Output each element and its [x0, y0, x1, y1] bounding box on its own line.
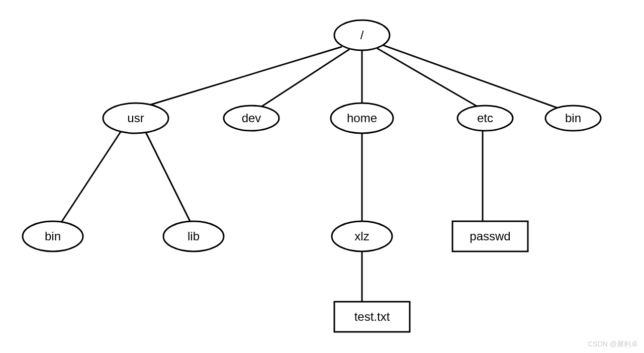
label-home: home	[347, 111, 377, 125]
tree-edges	[61, 45, 558, 302]
svg-line-3	[377, 48, 478, 107]
label-dev: dev	[242, 111, 261, 125]
svg-line-5	[61, 132, 121, 222]
filesystem-tree-diagram	[0, 0, 644, 353]
watermark: CSDN @犀利卓	[588, 340, 638, 349]
label-xlz: xlz	[354, 229, 369, 243]
label-root: /	[360, 28, 364, 42]
label-usr-bin: bin	[45, 229, 61, 243]
label-etc: etc	[477, 111, 493, 125]
label-bin: bin	[565, 111, 581, 125]
svg-line-4	[383, 45, 558, 108]
label-passwd: passwd	[470, 229, 510, 243]
label-usr-lib: lib	[188, 229, 200, 243]
svg-line-0	[151, 47, 342, 105]
label-usr: usr	[127, 111, 144, 125]
label-test-txt: test.txt	[354, 310, 390, 324]
svg-line-6	[146, 132, 190, 221]
